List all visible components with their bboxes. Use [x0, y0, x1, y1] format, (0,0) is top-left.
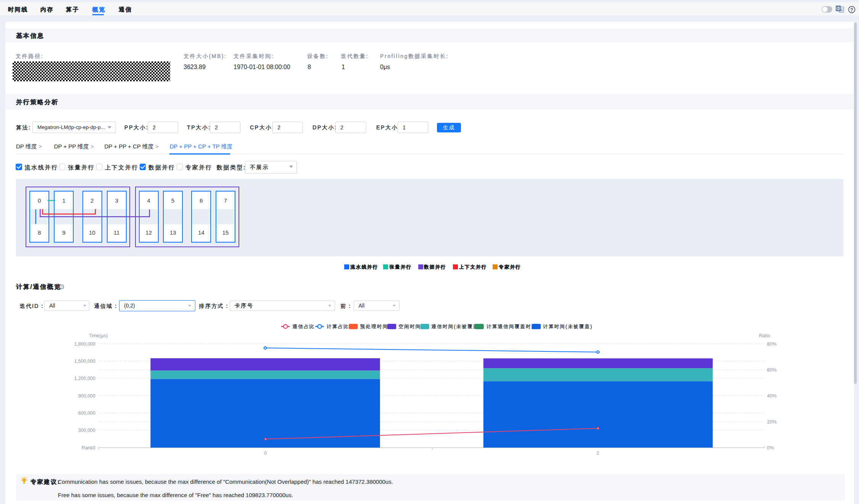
svg-text:?: ?: [61, 285, 63, 289]
svg-text:?: ?: [850, 7, 853, 13]
